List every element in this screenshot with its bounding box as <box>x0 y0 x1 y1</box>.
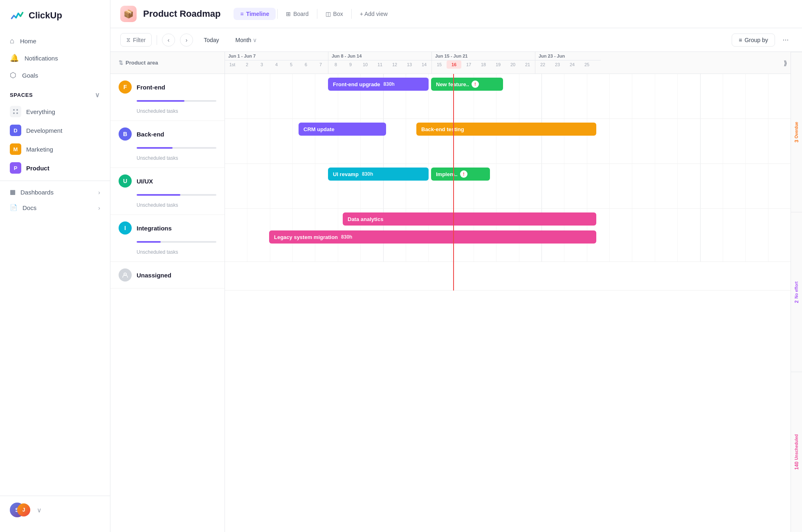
week-label-4: Jun 23 - Jun <box>535 52 601 60</box>
board-label: Board <box>293 11 308 17</box>
overdue-label: Overdue <box>794 122 799 139</box>
group-by-icon: ≡ <box>739 37 742 43</box>
week-group-1: Jun 1 - Jun 7 1st 2 3 4 5 6 7 <box>225 52 328 74</box>
task-new-feature[interactable]: New feature.. ! <box>431 78 503 91</box>
task-backend-testing[interactable]: Back-end testing <box>416 123 596 136</box>
tab-divider-3 <box>351 9 352 19</box>
side-label-no-effort: 2 No effort <box>791 212 802 372</box>
filter-icon: ⧖ <box>126 36 130 43</box>
sidebar-item-marketing[interactable]: M Marketing <box>0 140 110 159</box>
svg-point-2 <box>13 112 15 114</box>
sidebar-item-notifications[interactable]: 🔔 Notifications <box>0 49 110 67</box>
timeline-row-frontend: Front-end upgrade 830h New feature.. ! <box>225 74 791 119</box>
sidebar-item-development[interactable]: D Development <box>0 121 110 140</box>
task-crm-update[interactable]: CRM update <box>299 123 386 136</box>
integrations-name: Integrations <box>137 225 172 232</box>
sidebar-item-home[interactable]: ⌂ Home <box>0 33 110 49</box>
uiux-unscheduled: Unscheduled tasks <box>110 199 225 215</box>
add-view-button[interactable]: + Add view <box>353 8 394 20</box>
task-implem[interactable]: Implem.. ! <box>431 168 490 181</box>
group-header-backend: B Back-end <box>110 121 225 147</box>
task-new-feature-label: New feature.. <box>436 81 469 87</box>
trophy-icon: ⬡ <box>10 71 16 80</box>
grid-lines-uiux <box>225 164 791 208</box>
project-title: Product Roadmap <box>143 9 220 19</box>
task-crm-update-label: CRM update <box>303 126 335 132</box>
bell-icon: 🔔 <box>10 54 19 63</box>
logo-area: ClickUp <box>0 8 110 33</box>
week-days-2: 8 9 10 11 12 13 14 <box>328 60 431 69</box>
sidebar-item-everything[interactable]: Everything <box>0 102 110 121</box>
right-panel[interactable]: Jun 1 - Jun 7 1st 2 3 4 5 6 7 J <box>225 52 791 532</box>
group-header-integrations: I Integrations <box>110 215 225 241</box>
timeline-label: Timeline <box>246 11 270 17</box>
development-badge: D <box>10 125 21 136</box>
group-row-uiux: U UI/UX Unscheduled tasks <box>110 168 225 215</box>
more-options-button[interactable]: ··· <box>779 34 792 47</box>
next-button[interactable]: › <box>180 34 193 47</box>
unassigned-name: Unassigned <box>137 272 171 279</box>
day-1st: 1st <box>225 60 240 69</box>
task-frontend-upgrade[interactable]: Front-end upgrade 830h <box>328 78 429 91</box>
svg-point-3 <box>16 112 18 114</box>
filter-button[interactable]: ⧖ Filter <box>120 33 152 47</box>
timeline-header: Jun 1 - Jun 7 1st 2 3 4 5 6 7 J <box>225 52 791 74</box>
sidebar-item-goals[interactable]: ⬡ Goals <box>0 67 110 84</box>
new-feature-alert-icon: ! <box>472 80 479 88</box>
month-label: Month <box>235 37 251 43</box>
frontend-avatar: F <box>119 80 132 94</box>
frontend-unscheduled: Unscheduled tasks <box>110 105 225 121</box>
month-selector[interactable]: Month ∨ <box>229 34 263 46</box>
backend-unscheduled: Unscheduled tasks <box>110 152 225 168</box>
sidebar-bottom-section: ▦ Dashboards › 📄 Docs › <box>0 181 110 219</box>
user-dropdown-icon[interactable]: ∨ <box>37 506 42 514</box>
sidebar-item-dashboards[interactable]: ▦ Dashboards › <box>0 184 110 200</box>
task-ui-revamp[interactable]: UI revamp 830h <box>328 168 429 181</box>
sidebar-item-product[interactable]: P Product <box>0 159 110 177</box>
user-area: S J ∨ <box>0 496 110 524</box>
task-legacy-migration[interactable]: Legacy system migration 830h <box>269 230 596 244</box>
unassigned-avatar <box>119 268 132 282</box>
spaces-collapse-icon[interactable]: ∨ <box>95 91 100 99</box>
dashboards-label: Dashboards <box>20 189 54 196</box>
day-20: 20 <box>505 60 520 69</box>
group-row-unassigned: Unassigned <box>110 262 225 288</box>
product-label: Product <box>26 165 49 172</box>
toolbar-divider-1 <box>157 35 157 45</box>
sidebar-item-docs[interactable]: 📄 Docs › <box>0 200 110 215</box>
collapse-button[interactable]: ⟫ <box>780 57 791 68</box>
week-group-2: Jun 8 - Jun 14 8 9 10 11 12 13 14 <box>328 52 432 74</box>
today-button[interactable]: Today <box>198 34 225 46</box>
day-5: 5 <box>284 60 299 69</box>
tab-timeline[interactable]: ≡ Timeline <box>234 8 276 20</box>
dashboards-icon: ▦ <box>10 188 16 196</box>
implem-alert-icon: ! <box>460 170 467 178</box>
marketing-label: Marketing <box>26 146 53 153</box>
week-label-1: Jun 1 - Jun 7 <box>225 52 328 60</box>
task-implem-label: Implem.. <box>436 171 458 177</box>
day-23: 22 <box>535 60 550 69</box>
tab-board[interactable]: ⊞ Board <box>279 8 315 20</box>
prev-button[interactable]: ‹ <box>162 34 175 47</box>
task-data-analytics[interactable]: Data analytics <box>343 212 596 226</box>
sort-icon: ⇅ <box>119 60 123 66</box>
day-12: 12 <box>387 60 402 69</box>
week-label-2: Jun 8 - Jun 14 <box>328 52 431 60</box>
integrations-unscheduled: Unscheduled tasks <box>110 246 225 262</box>
tab-box[interactable]: ◫ Box <box>319 8 350 20</box>
day-17: 17 <box>461 60 476 69</box>
month-chevron-icon: ∨ <box>253 37 257 43</box>
docs-label: Docs <box>22 204 36 211</box>
user-avatar-2: J <box>17 503 30 516</box>
toolbar: ⧖ Filter ‹ › Today Month ∨ ≡ Group by ··… <box>110 28 802 52</box>
week-days-3: 15 16 17 18 19 20 21 <box>432 60 535 69</box>
group-by-button[interactable]: ≡ Group by <box>732 34 775 47</box>
sidebar: ClickUp ⌂ Home 🔔 Notifications ⬡ Goals S… <box>0 0 110 532</box>
task-backend-testing-label: Back-end testing <box>421 126 464 132</box>
goals-label: Goals <box>22 72 38 79</box>
column-header: ⇅ Product area <box>110 52 225 74</box>
group-by-label: Group by <box>744 37 768 43</box>
home-label: Home <box>20 38 36 45</box>
no-effort-label: No effort <box>794 282 799 299</box>
dashboards-chevron-icon: › <box>98 189 100 196</box>
